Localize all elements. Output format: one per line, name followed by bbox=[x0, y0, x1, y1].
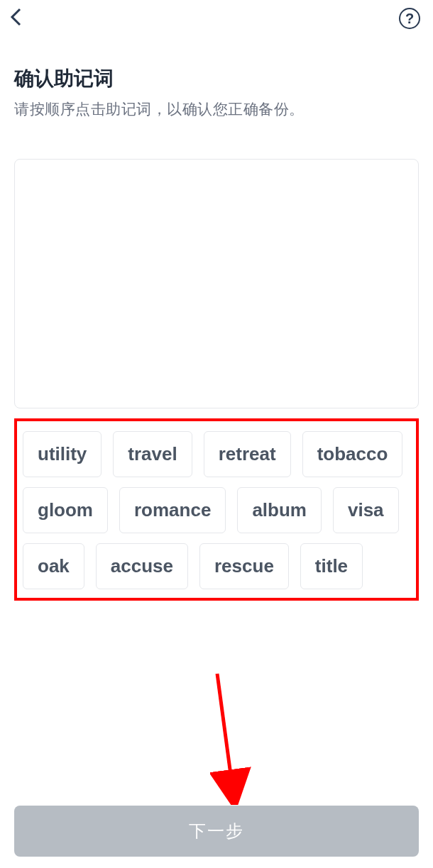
page-subtitle: 请按顺序点击助记词，以确认您正确备份。 bbox=[14, 98, 419, 121]
main-content: 确认助记词 请按顺序点击助记词，以确认您正确备份。 utility travel… bbox=[0, 65, 433, 601]
word-chip[interactable]: utility bbox=[23, 431, 102, 477]
page-title: 确认助记词 bbox=[14, 65, 419, 92]
word-chip[interactable]: travel bbox=[113, 431, 192, 477]
word-chip[interactable]: album bbox=[237, 487, 322, 533]
back-icon[interactable] bbox=[9, 7, 26, 30]
svg-line-0 bbox=[217, 674, 233, 791]
help-icon[interactable]: ? bbox=[399, 8, 420, 29]
word-chip[interactable]: romance bbox=[119, 487, 226, 533]
word-chip[interactable]: gloom bbox=[23, 487, 108, 533]
word-chip[interactable]: tobacco bbox=[302, 431, 403, 477]
word-chip[interactable]: visa bbox=[333, 487, 399, 533]
selected-words-area[interactable] bbox=[14, 159, 419, 408]
top-bar: ? bbox=[0, 0, 433, 37]
word-chip[interactable]: oak bbox=[23, 543, 84, 589]
word-chip[interactable]: accuse bbox=[96, 543, 188, 589]
next-button[interactable]: 下一步 bbox=[14, 806, 419, 857]
word-chip[interactable]: retreat bbox=[204, 431, 291, 477]
annotation-arrow bbox=[210, 670, 253, 805]
word-chip[interactable]: title bbox=[300, 543, 363, 589]
word-selection-box: utility travel retreat tobacco gloom rom… bbox=[14, 418, 419, 601]
word-chip[interactable]: rescue bbox=[199, 543, 289, 589]
